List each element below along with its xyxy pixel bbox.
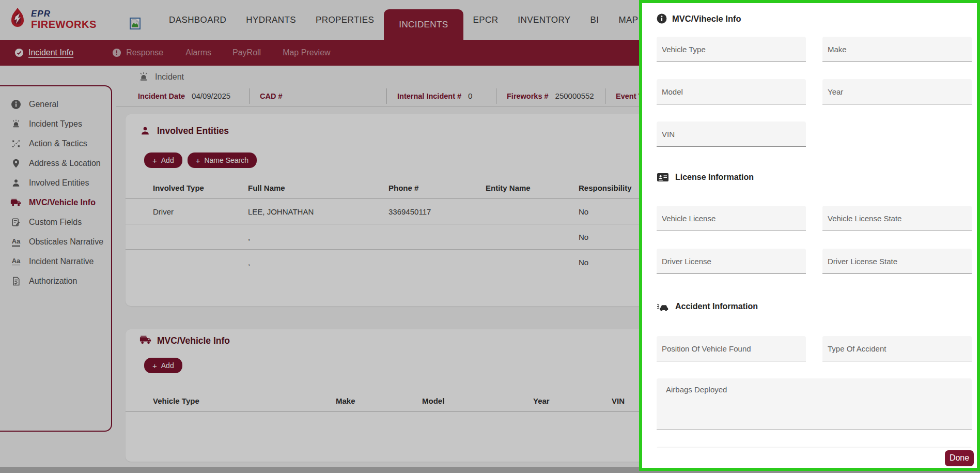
- type-of-accident-field-wrap: [822, 336, 972, 361]
- model-field-wrap: [657, 79, 806, 104]
- position-of-vehicle-found-input[interactable]: [657, 336, 806, 361]
- mvc-vehicle-edit-drawer: MVC/Vihecle Info License Information: [639, 0, 980, 471]
- id-card-icon: [657, 172, 669, 182]
- drawer-footer: Done: [642, 448, 977, 468]
- driver-license-input[interactable]: [657, 249, 806, 273]
- drawer-title: MVC/Vihecle Info: [657, 13, 977, 24]
- vehicle-license-state-field-wrap: [822, 206, 972, 231]
- driver-license-state-field-wrap: [822, 249, 972, 274]
- vehicle-license-state-input[interactable]: [822, 206, 972, 231]
- vehicle-row-3: [657, 121, 972, 147]
- license-row-1: [657, 206, 972, 231]
- type-of-accident-input[interactable]: [822, 336, 972, 361]
- driver-license-state-input[interactable]: [822, 249, 972, 273]
- airbags-deployed-textarea[interactable]: [657, 378, 972, 430]
- car-crash-icon: [657, 301, 669, 312]
- vehicle-license-field-wrap: [657, 206, 806, 231]
- license-information-header: License Information: [657, 172, 977, 183]
- airbags-deployed-field-wrap: [657, 378, 972, 430]
- make-input[interactable]: [822, 37, 972, 62]
- vehicle-row-2: [657, 79, 972, 104]
- make-field-wrap: [822, 37, 972, 62]
- year-field-wrap: [822, 79, 972, 104]
- done-button[interactable]: Done: [945, 450, 974, 466]
- accident-row-1: [657, 336, 972, 361]
- vin-input[interactable]: [657, 121, 806, 146]
- info-circle-icon: [657, 13, 667, 24]
- driver-license-field-wrap: [657, 249, 806, 274]
- vehicle-type-input[interactable]: [657, 37, 806, 62]
- license-row-2: [657, 249, 972, 274]
- accident-information-header: Accident Information: [657, 301, 977, 312]
- vehicle-row-1: [657, 37, 972, 62]
- position-of-vehicle-found-field-wrap: [657, 336, 806, 361]
- year-input[interactable]: [822, 79, 972, 104]
- vehicle-license-input[interactable]: [657, 206, 806, 231]
- model-input[interactable]: [657, 79, 806, 104]
- vin-field-wrap: [657, 121, 806, 147]
- vehicle-type-field-wrap: [657, 37, 806, 62]
